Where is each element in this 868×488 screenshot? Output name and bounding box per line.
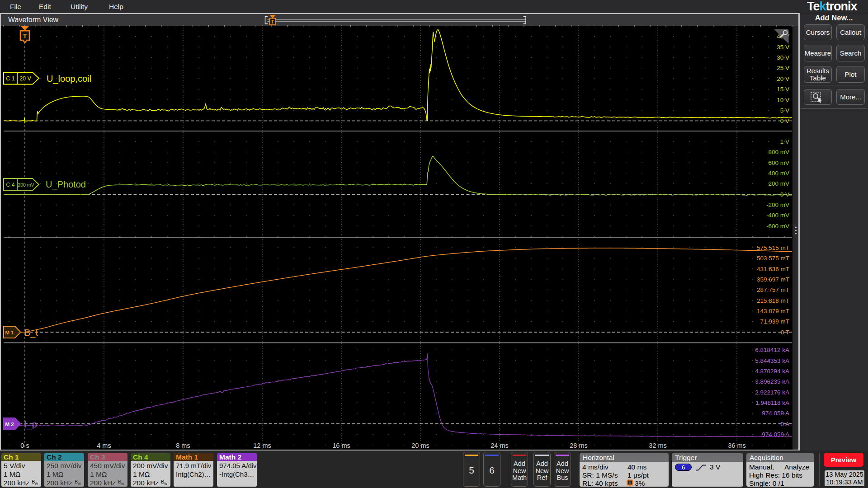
svg-text:6.818412 kA: 6.818412 kA — [755, 347, 789, 353]
svg-text:1 V: 1 V — [780, 138, 789, 145]
svg-text:3.896235 kA: 3.896235 kA — [755, 378, 789, 385]
svg-text:U_Photod: U_Photod — [46, 179, 86, 190]
svg-text:143.879 mT: 143.879 mT — [757, 308, 789, 314]
svg-text:287.757 mT: 287.757 mT — [757, 286, 789, 293]
svg-text:25 V: 25 V — [777, 65, 789, 71]
svg-text:974.059 A: 974.059 A — [762, 410, 789, 417]
svg-text:15 V: 15 V — [777, 86, 789, 93]
svg-text:20 V: 20 V — [19, 75, 31, 82]
svg-text:-200 mV: -200 mV — [766, 202, 789, 208]
svg-text:-974.059 A: -974.059 A — [760, 431, 789, 438]
svg-text:B_t: B_t — [24, 328, 38, 338]
svg-text:C 1: C 1 — [6, 75, 15, 82]
svg-text:0 s: 0 s — [20, 442, 29, 449]
svg-text:Waveform View: Waveform View — [8, 16, 59, 23]
svg-text:-600 mV: -600 mV — [766, 223, 789, 230]
svg-text:431.636 mT: 431.636 mT — [757, 266, 789, 272]
svg-text:I_p: I_p — [24, 419, 37, 430]
svg-text:5.844353 kA: 5.844353 kA — [755, 357, 789, 364]
svg-text:T: T — [629, 481, 632, 485]
svg-text:36 ms: 36 ms — [728, 442, 746, 449]
svg-text:24 ms: 24 ms — [491, 442, 509, 449]
svg-text:600 mV: 600 mV — [768, 160, 789, 166]
svg-text:10 V: 10 V — [777, 97, 789, 103]
svg-text:20 ms: 20 ms — [411, 442, 429, 449]
svg-text:215.818 mT: 215.818 mT — [757, 297, 789, 304]
svg-text:0 V: 0 V — [780, 191, 789, 198]
svg-text:400 mV: 400 mV — [768, 170, 789, 177]
svg-text:U_loop,coil: U_loop,coil — [47, 74, 91, 84]
svg-text:575.515 mT: 575.515 mT — [757, 244, 789, 251]
svg-text:35 V: 35 V — [777, 44, 789, 51]
svg-text:1.948118 kA: 1.948118 kA — [755, 399, 789, 406]
svg-text:4 ms: 4 ms — [97, 442, 111, 449]
svg-text:T: T — [271, 19, 274, 24]
svg-text:30 V: 30 V — [777, 54, 789, 61]
svg-text:0 T: 0 T — [781, 329, 789, 336]
svg-text:M 2: M 2 — [5, 422, 14, 427]
svg-text:8 ms: 8 ms — [176, 442, 190, 449]
svg-text:800 mV: 800 mV — [768, 149, 789, 155]
svg-text:5 V: 5 V — [780, 107, 789, 114]
svg-text:M 1: M 1 — [5, 330, 14, 335]
svg-text:20 V: 20 V — [777, 75, 789, 82]
svg-text:T: T — [23, 33, 27, 39]
svg-text:4.870294 kA: 4.870294 kA — [755, 368, 789, 375]
svg-text:32 ms: 32 ms — [649, 442, 667, 449]
svg-text:C 4: C 4 — [6, 182, 15, 188]
svg-text:-400 mV: -400 mV — [766, 212, 789, 219]
svg-text:200 mV: 200 mV — [18, 182, 34, 188]
svg-text:16 ms: 16 ms — [332, 442, 350, 449]
svg-text:0 V: 0 V — [780, 117, 789, 124]
svg-text:28 ms: 28 ms — [570, 442, 588, 449]
svg-text:0 A: 0 A — [780, 421, 789, 427]
svg-text:2.922176 kA: 2.922176 kA — [755, 389, 789, 396]
svg-text:71.939 mT: 71.939 mT — [760, 318, 789, 325]
svg-text:359.697 mT: 359.697 mT — [757, 276, 789, 283]
svg-text:12 ms: 12 ms — [253, 442, 271, 449]
svg-text:200 mV: 200 mV — [768, 180, 789, 187]
svg-text:503.575 mT: 503.575 mT — [757, 255, 789, 262]
